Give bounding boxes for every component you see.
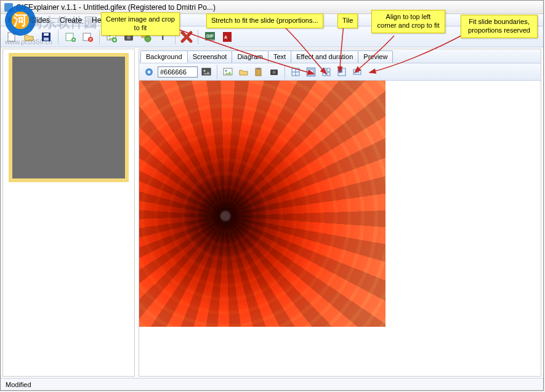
titlebar: GIFExplainer v.1.1 - Untitled.gifex (Reg… [1,1,543,14]
window-title: GIFExplainer v.1.1 - Untitled.gifex (Reg… [16,3,216,12]
app-window: GIFExplainer v.1.1 - Untitled.gifex (Reg… [0,0,544,391]
tab-screenshot[interactable]: Screenshot [187,50,233,63]
new-slide-button[interactable] [63,30,78,44]
save-button[interactable] [39,30,54,44]
background-toolbar [139,63,541,81]
editor-panel: Background Screenshot Diagram Text Effec… [139,49,541,377]
background-image-preview [139,81,386,327]
svg-point-25 [204,70,206,71]
status-bar: Modified [1,378,543,390]
slide-thumbnail-preview [12,57,125,178]
tab-diagram[interactable]: Diagram [232,50,268,63]
topleft-crop-button[interactable] [335,65,349,79]
slides-panel [2,49,135,377]
slide-thumbnail-selected[interactable] [9,53,129,182]
svg-rect-36 [327,68,330,71]
export-pdf-button[interactable]: A [220,30,235,44]
new-button[interactable] [4,30,19,44]
svg-text:GIF: GIF [206,34,214,38]
callout-fit: Fit slide boundaries, proportions reserv… [461,15,538,38]
capture-button[interactable] [267,65,281,79]
color-picker-button[interactable] [142,65,156,79]
image-indicator-icon[interactable] [200,65,213,79]
svg-rect-29 [257,68,260,70]
menu-slides[interactable]: Slides [25,15,55,26]
svg-point-31 [273,71,276,74]
main-area: Background Screenshot Diagram Text Effec… [2,49,541,377]
callout-stretch: Stretch to fit the slide (proportions... [206,14,323,28]
svg-rect-2 [44,33,49,36]
svg-rect-3 [44,38,49,41]
tab-background[interactable]: Background [140,50,188,63]
svg-rect-38 [327,73,330,76]
svg-point-15 [145,36,151,42]
delete-slide-button[interactable] [80,30,95,44]
svg-rect-35 [323,68,326,71]
svg-point-12 [127,36,131,39]
cancel-button[interactable] [180,30,193,44]
export-gif-button[interactable]: GIF [203,30,217,44]
fit-boundaries-button[interactable] [350,65,364,79]
svg-rect-33 [307,68,315,76]
tab-preview[interactable]: Preview [358,50,393,63]
menu-create[interactable]: Create [55,15,87,26]
callout-topleft: Align to top left corner and crop to fit [371,10,445,33]
svg-rect-19 [205,39,215,41]
tab-effect[interactable]: Effect and duration [291,50,358,63]
editor-tabs: Background Screenshot Diagram Text Effec… [139,49,541,63]
svg-point-27 [225,70,227,71]
center-crop-button[interactable] [289,65,302,79]
color-input[interactable] [158,66,198,78]
svg-point-23 [148,70,151,73]
status-text: Modified [6,381,31,388]
svg-rect-34 [309,70,313,74]
callout-center: Center image and crop to fit [101,12,180,36]
open-button[interactable] [22,30,36,44]
stretch-fit-button[interactable] [304,65,318,79]
load-image-button[interactable] [221,65,235,79]
canvas-area[interactable] [139,81,541,376]
callout-tile: Tile [337,14,358,28]
paste-button[interactable] [252,65,265,79]
app-icon [4,3,13,12]
tile-button[interactable] [320,65,333,79]
tab-text[interactable]: Text [268,50,291,63]
svg-text:A: A [224,35,227,39]
menu-file[interactable]: File [3,15,25,26]
open-folder-button[interactable] [236,65,250,79]
svg-rect-37 [323,73,326,76]
